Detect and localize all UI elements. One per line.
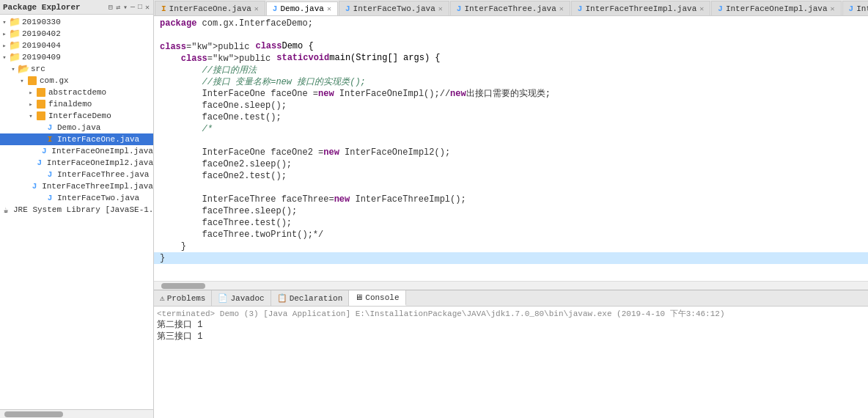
code-text: InterFaceOne faceOne2 =new InterFaceOneI…: [154, 147, 456, 158]
code-line-5: //接口 变量名称=new 接口的实现类();: [154, 76, 868, 88]
tree-item-JRE System Library[interactable]: ☕JRE System Library [JavaSE-1.7]: [0, 204, 153, 216]
code-line-20: }: [154, 252, 868, 264]
tree-item-InterFaceTwo-java[interactable]: JInterFaceTwo.java: [0, 192, 153, 204]
code-text: //接口的用法: [154, 65, 262, 76]
code-text: faceOne2.test();: [154, 170, 293, 182]
code-content: package com.gx.InterfaceDemo;class="kw">…: [154, 16, 868, 265]
code-line-6: InterFaceOne faceOne =new InterFaceOneIm…: [154, 88, 868, 100]
link-icon[interactable]: ⇄: [115, 3, 121, 12]
panel-toolbar-icons: ⊟ ⇄ ▾ — □ ✕: [108, 3, 150, 12]
package-icon: [26, 76, 38, 86]
hscroll-bar[interactable]: [0, 409, 153, 418]
tree-arrow: [9, 65, 18, 73]
tree-label: InterFaceOneImpl.java: [51, 147, 153, 155]
code-line-3: class="kw">public static void main(Strin…: [154, 53, 868, 65]
editor-tab-Demo-java[interactable]: JDemo.java✕: [266, 1, 338, 16]
tab-problems[interactable]: ⚠ Problems: [154, 290, 212, 306]
editor-tab-InterFaceOneImpl2-java[interactable]: JInterFaceOneImpl2.java✕: [842, 1, 868, 15]
tree-item-InterFaceThreeImpl-java[interactable]: JInterFaceThreeImpl.java: [0, 180, 153, 192]
editor-scroll[interactable]: package com.gx.InterfaceDemo;class="kw">…: [154, 16, 868, 281]
javadoc-tab-icon: 📄: [218, 293, 228, 303]
editor-tab-InterFaceThree-java[interactable]: JInterFaceThree.java✕: [450, 1, 570, 15]
tab-close-icon[interactable]: ✕: [254, 4, 259, 13]
folder-icon: 📁: [9, 17, 21, 27]
tab-close-icon[interactable]: ✕: [831, 4, 835, 13]
editor-tab-InterFaceThreeImpl-java[interactable]: JInterFaceThreeImpl.java✕: [571, 1, 710, 15]
package-explorer-titlebar: Package Explorer ⊟ ⇄ ▾ — □ ✕: [0, 0, 153, 15]
console-output-line: 第三接口 1: [157, 331, 868, 342]
tree-item-finaldemo[interactable]: finaldemo: [0, 98, 153, 110]
maximize-icon[interactable]: □: [137, 3, 143, 12]
console-tab-label: Console: [365, 293, 399, 302]
tree-item-Demo-java[interactable]: JDemo.java: [0, 122, 153, 133]
tab-label: Demo.java: [280, 4, 323, 13]
collapse-all-icon[interactable]: ⊟: [108, 3, 114, 12]
tree-item-abstractdemo[interactable]: abstractdemo: [0, 87, 153, 98]
tab-label: InterFaceOneImpl2.java: [856, 4, 868, 13]
code-text: faceOne.test();: [154, 111, 287, 123]
editor-tab-InterFaceOneImpl-java[interactable]: JInterFaceOneImpl.java✕: [711, 1, 841, 15]
tab-close-icon[interactable]: ✕: [438, 4, 443, 13]
problems-tab-icon: ⚠: [160, 293, 165, 303]
tab-close-icon[interactable]: ✕: [559, 4, 564, 13]
tab-close-icon[interactable]: ✕: [327, 4, 331, 13]
package-explorer-title: Package Explorer: [3, 3, 81, 12]
editor-tab-InterFaceTwo-java[interactable]: JInterFaceTwo.java✕: [339, 1, 449, 15]
javadoc-tab-label: Javadoc: [230, 294, 264, 303]
tree-label: InterFaceOne.java: [57, 135, 139, 144]
tab-icon: J: [345, 4, 350, 13]
jre-icon: ☕: [0, 205, 12, 215]
console-terminated: <terminated> Demo (3) [Java Application]…: [157, 308, 868, 319]
menu-icon[interactable]: ▾: [122, 3, 128, 12]
editor-hscroll[interactable]: [154, 281, 868, 290]
tree-item-InterFaceThree-java[interactable]: JInterFaceThree.java: [0, 169, 153, 180]
tree-item-20190330[interactable]: 📁20190330: [0, 16, 153, 28]
tree-item-InterFaceOneImpl2-java[interactable]: JInterFaceOneImpl2.java: [0, 157, 153, 169]
java-class-icon: J: [44, 122, 56, 133]
hscroll-thumb-editor[interactable]: [161, 283, 205, 289]
tab-console[interactable]: 🖥 Console: [349, 290, 405, 306]
folder-icon: 📁: [9, 52, 21, 62]
tree-item-20190402[interactable]: 📁20190402: [0, 28, 153, 40]
code-line-15: InterFaceThree faceThree=new InterFaceTh…: [154, 194, 868, 205]
tab-icon: J: [273, 4, 278, 13]
tab-declaration[interactable]: 📋 Declaration: [271, 290, 350, 306]
src-folder-icon: 📂: [18, 64, 29, 74]
tree-item-src[interactable]: 📂src: [0, 63, 153, 75]
code-text: }: [154, 252, 171, 264]
tree-label: Demo.java: [57, 123, 100, 132]
editor-tab-InterFaceOne-java[interactable]: IInterFaceOne.java✕: [155, 1, 265, 15]
editor-area: package com.gx.InterfaceDemo;class="kw">…: [154, 16, 868, 290]
tree-item-InterFaceOne-java[interactable]: IInterFaceOne.java: [0, 133, 153, 145]
hscroll-thumb[interactable]: [4, 411, 63, 417]
tree-item-InterFaceOneImpl-java[interactable]: JInterFaceOneImpl.java: [0, 145, 153, 157]
code-line-2: class="kw">public class Demo {: [154, 41, 868, 53]
code-text: faceThree.sleep();: [154, 205, 303, 217]
minimize-icon[interactable]: —: [130, 3, 136, 12]
tree-arrow: [0, 18, 9, 26]
package-explorer-panel: Package Explorer ⊟ ⇄ ▾ — □ ✕ 📁20190330📁2…: [0, 0, 154, 418]
console-tab-icon: 🖥: [355, 293, 363, 302]
tab-javadoc[interactable]: 📄 Javadoc: [212, 290, 271, 306]
code-text: faceThree.test();: [154, 217, 298, 229]
code-line-18: faceThree.twoPrint();*/: [154, 229, 868, 241]
tree-arrow: [18, 77, 26, 85]
console-output-line: 第二接口 1: [157, 319, 868, 331]
tree-arrow: [0, 42, 9, 50]
tree-item-com-gx[interactable]: com.gx: [0, 75, 153, 87]
code-line-4: //接口的用法: [154, 65, 868, 76]
tree-item-InterfaceDemo[interactable]: InterfaceDemo: [0, 110, 153, 122]
tree-label: 20190330: [22, 18, 61, 26]
tab-close-icon[interactable]: ✕: [699, 4, 704, 13]
code-line-8: faceOne.test();: [154, 111, 868, 123]
tree-item-20190404[interactable]: 📁20190404: [0, 40, 153, 51]
tree-label: 20190409: [22, 53, 61, 62]
tab-label: InterFaceTwo.java: [353, 4, 435, 13]
code-line-19: }: [154, 241, 868, 252]
tree-arrow: [0, 54, 9, 62]
tab-label: InterFaceThree.java: [464, 4, 556, 13]
close-icon[interactable]: ✕: [144, 3, 150, 12]
tree-item-20190409[interactable]: 📁20190409: [0, 51, 153, 63]
tree-arrow: [26, 89, 35, 97]
package-icon: [35, 99, 47, 109]
